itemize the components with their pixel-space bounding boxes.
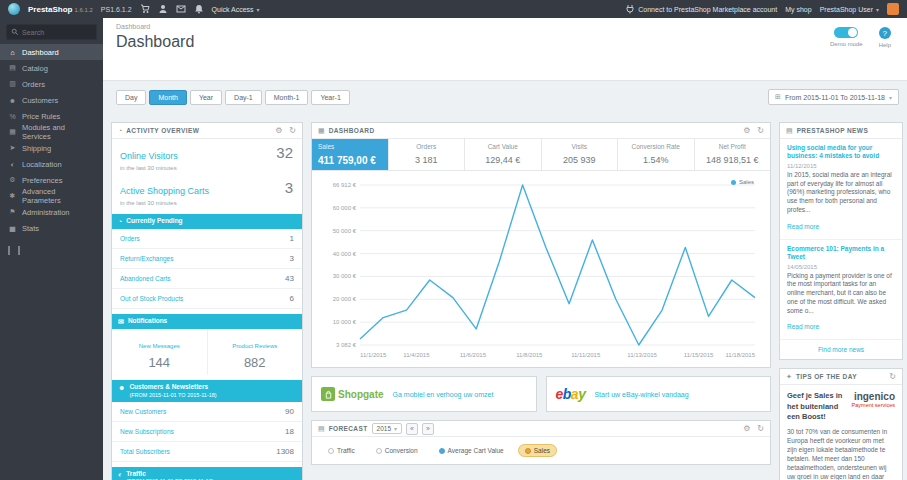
sidebar-item-price-rules[interactable]: %Price Rules [0, 108, 103, 124]
customer-icon[interactable] [158, 4, 168, 14]
gear-icon[interactable]: ⚙ [743, 424, 750, 433]
sidebar-item-modules[interactable]: ▦Modules and Services [0, 124, 103, 140]
marketplace-link[interactable]: Connect to PrestaShop Marketplace accoun… [625, 4, 777, 14]
next-period-button[interactable]: » [422, 423, 434, 435]
forecast-legend-average-cart-value[interactable]: Average Cart Value [432, 444, 511, 457]
refresh-icon[interactable]: ↻ [889, 372, 896, 381]
sidebar-item-administration[interactable]: ⚑Administration [0, 204, 103, 220]
sidebar-item-dashboard[interactable]: ⌂Dashboard [0, 44, 103, 60]
forecast-panel-header: ▤ FORECAST 2015▾ « » ⚙ ↻ [312, 421, 770, 437]
news-article-title-link[interactable]: Ecommerce 101: Payments in a Tweet [787, 245, 895, 262]
kpi-value: 129,44 € [468, 155, 538, 165]
shopgate-logo: Shopgate [321, 387, 384, 401]
svg-text:11/11/2015: 11/11/2015 [571, 352, 601, 358]
new-customers-link[interactable]: New Customers [120, 408, 166, 415]
sidebar-item-label: Customers [22, 96, 58, 105]
date-range-picker[interactable]: ⊞ From 2015-11-01 To 2015-11-18 ▾ [768, 89, 899, 105]
chart-legend-sales[interactable]: Sales [731, 179, 754, 185]
new-messages-value: 144 [114, 355, 205, 370]
newspaper-icon: ▤ [786, 127, 793, 135]
shopgate-link[interactable]: Ga mobiel en verhoog uw omzet [393, 391, 494, 398]
forecast-year-select[interactable]: 2015▾ [372, 423, 402, 434]
news-article-title-link[interactable]: Using social media for your business: 4 … [787, 144, 895, 161]
abandoned-carts-value: 43 [285, 274, 294, 283]
forecast-legend-conversion[interactable]: Conversion [369, 444, 425, 457]
gear-icon[interactable]: ⚙ [743, 126, 750, 135]
kpi-net-profit[interactable]: Net Profit148 918,51 € [695, 139, 771, 170]
read-more-link[interactable]: Read more [787, 223, 819, 230]
ebay-link[interactable]: Start uw eBay-winkel vandaag [594, 391, 688, 398]
kpi-orders[interactable]: Orders3 181 [389, 139, 466, 170]
demo-mode-toggle[interactable] [834, 27, 858, 38]
sidebar-item-localization[interactable]: ◐Localization [0, 156, 103, 172]
chevron-down-icon: ▾ [257, 6, 260, 13]
refresh-icon[interactable]: ↻ [289, 126, 296, 135]
sidebar-item-stats[interactable]: ▅Stats [0, 220, 103, 236]
my-shop-label: My shop [785, 6, 811, 13]
sidebar-item-preferences[interactable]: ⚙Preferences [0, 172, 103, 188]
legend-label: Sales [534, 447, 550, 454]
sales-chart-area: 66 912 €60 000 €50 000 €40 000 €30 000 €… [312, 171, 770, 367]
traffic-titles: Traffic(FROM 2015-11-01 TO 2015-11-18) [126, 470, 213, 480]
topbar-right: Connect to PrestaShop Marketplace accoun… [625, 3, 899, 15]
out-of-stock-link[interactable]: Out of Stock Products [120, 295, 183, 302]
total-subscribers-link[interactable]: Total Subscribers [120, 448, 170, 455]
new-messages-link[interactable]: New Messages [139, 343, 180, 349]
range-button-year[interactable]: Year [190, 90, 222, 105]
calendar-icon: ⊞ [775, 93, 781, 101]
sidebar-item-orders[interactable]: ▥Orders [0, 76, 103, 92]
activity-row-abandoned-carts: Abandoned Carts43 [112, 269, 302, 289]
sidebar-item-catalog[interactable]: ▤Catalog [0, 60, 103, 76]
traffic-title: Traffic [126, 470, 146, 477]
abandoned-carts-link[interactable]: Abandoned Carts [120, 275, 171, 282]
active-carts-link[interactable]: Active Shopping Carts [120, 186, 209, 196]
range-button-year-1[interactable]: Year-1 [311, 90, 349, 105]
notifications-title: Notifications [128, 317, 167, 325]
new-subscriptions-link[interactable]: New Subscriptions [120, 428, 174, 435]
range-button-month[interactable]: Month [149, 90, 186, 105]
shopping-bag-icon [321, 387, 335, 401]
refresh-icon[interactable]: ↻ [757, 424, 764, 433]
cart-icon[interactable] [140, 4, 150, 14]
my-shop-link[interactable]: My shop [785, 6, 811, 13]
messages-icon[interactable] [176, 4, 186, 14]
sidebar-item-label: Orders [22, 80, 45, 89]
range-button-month-1[interactable]: Month-1 [265, 90, 309, 105]
gear-icon[interactable]: ⚙ [275, 126, 282, 135]
bell-icon[interactable] [194, 4, 204, 14]
find-more-news-link[interactable]: Find more news [780, 340, 902, 359]
forecast-legend-traffic[interactable]: Traffic [321, 444, 362, 457]
refresh-icon[interactable]: ↻ [757, 126, 764, 135]
user-menu[interactable]: PrestaShop User▾ [820, 6, 879, 13]
orders-link[interactable]: Orders [120, 235, 140, 242]
svg-text:3 082 €: 3 082 € [336, 342, 357, 348]
kpi-cart-value[interactable]: Cart Value129,44 € [465, 139, 542, 170]
kpi-conversion-rate[interactable]: Conversion Rate1.54% [618, 139, 695, 170]
kpi-sales[interactable]: Sales411 759,00 € [312, 139, 389, 170]
sidebar-collapse-button[interactable] [8, 246, 20, 255]
sidebar-item-customers[interactable]: ☻Customers [0, 92, 103, 108]
avatar[interactable] [887, 3, 899, 15]
search-input[interactable] [22, 29, 90, 36]
help-icon[interactable]: ? [879, 27, 891, 39]
quick-access-label: Quick Access [212, 6, 254, 13]
range-button-day-1[interactable]: Day-1 [225, 90, 262, 105]
news-article-date: 11/12/2015 [787, 163, 895, 169]
online-visitors-stat: Online Visitors in the last 30 minutes 3… [112, 139, 302, 174]
returns-value: 3 [290, 254, 294, 263]
online-visitors-link[interactable]: Online Visitors [120, 151, 178, 161]
quick-access-menu[interactable]: Quick Access▾ [212, 6, 260, 13]
sidebar: ⌂Dashboard ▤Catalog ▥Orders ☻Customers %… [0, 18, 103, 480]
forecast-legend-sales[interactable]: Sales [518, 444, 557, 457]
returns-link[interactable]: Return/Exchanges [120, 255, 173, 262]
activity-panel-title: ACTIVITY OVERVIEW [126, 127, 199, 134]
read-more-link[interactable]: Read more [787, 323, 819, 330]
sidebar-item-shipping[interactable]: ➤Shipping [0, 140, 103, 156]
active-carts-stat: Active Shopping Carts in the last 30 min… [112, 174, 302, 209]
product-reviews-link[interactable]: Product Reviews [232, 343, 277, 349]
kpi-visits[interactable]: Visits205 939 [542, 139, 619, 170]
online-visitors-sub: in the last 30 minutes [120, 165, 294, 171]
range-button-day[interactable]: Day [116, 90, 146, 105]
sidebar-item-advanced-parameters[interactable]: ✱Advanced Parameters [0, 188, 103, 204]
previous-period-button[interactable]: « [406, 423, 418, 435]
